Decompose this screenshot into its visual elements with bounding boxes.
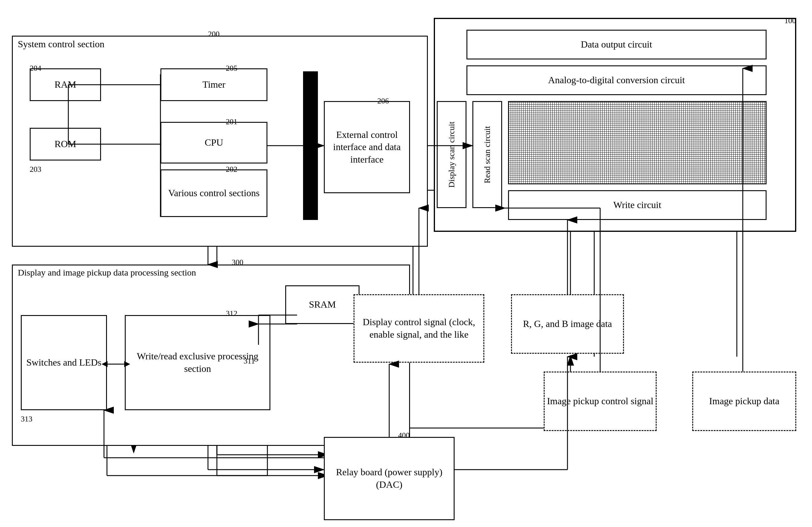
ref-203: 203 — [30, 165, 41, 174]
label-rom: ROM — [55, 138, 76, 151]
box-ram: RAM — [30, 68, 101, 101]
box-sram: SRAM — [285, 285, 360, 324]
box-image-pickup-control: Image pickup control signal — [544, 372, 657, 431]
label-display-image-section: Display and image pickup data processing… — [18, 268, 196, 277]
ref-205: 205 — [226, 64, 237, 73]
label-various-control: Various control sections — [168, 187, 260, 199]
label-rgb-image-data: R, G, and B image data — [523, 318, 612, 330]
label-system-control: System control section — [18, 39, 105, 49]
label-cpu: CPU — [205, 137, 223, 149]
box-image-pickup-data: Image pickup data — [692, 372, 796, 431]
ref-311: 311 — [244, 357, 255, 366]
label-display-scan: Display scan circuit — [447, 122, 456, 188]
box-rgb-image-data: R, G, and B image data — [511, 294, 624, 354]
box-switches-leds: Switches and LEDs — [21, 315, 107, 410]
ref-100: 100 — [784, 16, 796, 25]
box-display-scan: Display scan circuit — [437, 101, 466, 208]
box-rom: ROM — [30, 128, 101, 160]
box-external-control: External control interface and data inte… — [324, 101, 410, 193]
bus-bar — [303, 71, 318, 220]
box-cpu: CPU — [160, 122, 267, 163]
ref-201: 201 — [226, 117, 237, 126]
box-various-control: Various control sections — [160, 169, 267, 217]
display-pixel-area — [508, 101, 767, 184]
ref-206: 206 — [377, 97, 389, 105]
label-data-output: Data output circuit — [581, 38, 652, 51]
label-display-control-signal: Display control signal (clock, enable si… — [354, 316, 483, 341]
box-display-control-signal: Display control signal (clock, enable si… — [353, 294, 484, 362]
ref-312: 312 — [226, 309, 237, 318]
ref-300: 300 — [232, 258, 243, 267]
label-image-pickup-data: Image pickup data — [709, 395, 779, 408]
box-write-circuit: Write circuit — [508, 190, 767, 220]
box-read-scan: Read scan circuit — [473, 101, 502, 208]
box-data-output: Data output circuit — [466, 30, 767, 59]
ref-202: 202 — [226, 165, 237, 174]
box-relay-board: Relay board (power supply) (DAC) — [324, 437, 454, 520]
label-relay-board: Relay board (power supply) (DAC) — [325, 466, 454, 491]
label-external-control: External control interface and data inte… — [325, 129, 409, 166]
label-read-scan: Read scan circuit — [482, 126, 492, 183]
label-switches-leds: Switches and LEDs — [27, 356, 101, 369]
label-image-pickup-control: Image pickup control signal — [547, 395, 653, 408]
label-adc: Analog-to-digital conversion circuit — [548, 74, 685, 86]
label-write-circuit: Write circuit — [613, 199, 661, 211]
ref-200: 200 — [208, 30, 220, 39]
label-ram: RAM — [55, 79, 76, 91]
ref-313: 313 — [21, 415, 32, 424]
label-sram: SRAM — [309, 298, 336, 311]
box-timer: Timer — [160, 68, 267, 101]
box-adc: Analog-to-digital conversion circuit — [466, 66, 767, 95]
label-timer: Timer — [202, 79, 225, 91]
ref-204: 204 — [30, 64, 41, 73]
ref-400: 400 — [398, 431, 410, 440]
